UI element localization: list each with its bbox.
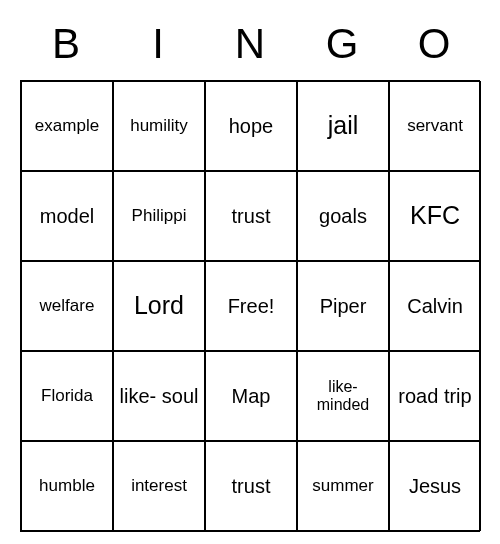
bingo-header: B I N G O xyxy=(20,20,480,68)
bingo-cell[interactable]: Calvin xyxy=(389,261,481,351)
bingo-cell[interactable]: summer xyxy=(297,441,389,531)
bingo-cell[interactable]: servant xyxy=(389,81,481,171)
bingo-cell[interactable]: goals xyxy=(297,171,389,261)
bingo-cell[interactable]: Piper xyxy=(297,261,389,351)
bingo-cell[interactable]: humility xyxy=(113,81,205,171)
header-letter-i: I xyxy=(112,20,204,68)
bingo-cell[interactable]: Jesus xyxy=(389,441,481,531)
header-letter-g: G xyxy=(296,20,388,68)
bingo-cell[interactable]: interest xyxy=(113,441,205,531)
bingo-cell[interactable]: example xyxy=(21,81,113,171)
bingo-cell[interactable]: jail xyxy=(297,81,389,171)
bingo-cell[interactable]: hope xyxy=(205,81,297,171)
bingo-cell[interactable]: Philippi xyxy=(113,171,205,261)
bingo-cell[interactable]: Lord xyxy=(113,261,205,351)
bingo-cell[interactable]: humble xyxy=(21,441,113,531)
bingo-cell[interactable]: Map xyxy=(205,351,297,441)
header-letter-b: B xyxy=(20,20,112,68)
bingo-cell[interactable]: like- minded xyxy=(297,351,389,441)
bingo-cell[interactable]: trust xyxy=(205,171,297,261)
header-letter-n: N xyxy=(204,20,296,68)
bingo-cell[interactable]: trust xyxy=(205,441,297,531)
bingo-cell[interactable]: like- soul xyxy=(113,351,205,441)
bingo-cell[interactable]: model xyxy=(21,171,113,261)
bingo-cell[interactable]: Florida xyxy=(21,351,113,441)
bingo-cell-free[interactable]: Free! xyxy=(205,261,297,351)
header-letter-o: O xyxy=(388,20,480,68)
bingo-cell[interactable]: KFC xyxy=(389,171,481,261)
bingo-grid: example humility hope jail servant model… xyxy=(20,80,480,532)
bingo-cell[interactable]: welfare xyxy=(21,261,113,351)
bingo-cell[interactable]: road trip xyxy=(389,351,481,441)
